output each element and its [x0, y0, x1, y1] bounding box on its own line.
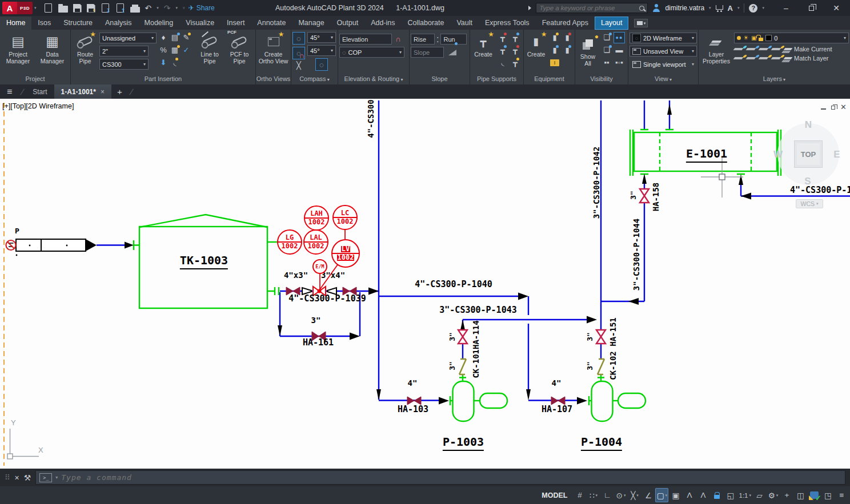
layer-lock-tool-icon[interactable] — [771, 48, 781, 50]
search-icon[interactable] — [639, 6, 644, 11]
tab-close-icon[interactable]: × — [101, 88, 105, 96]
plot-icon[interactable] — [130, 7, 140, 13]
slope-input[interactable]: Slope — [411, 47, 444, 58]
layer-thaw-tool-icon[interactable] — [759, 57, 769, 59]
panel-label-visibility[interactable]: Visibility — [575, 75, 628, 84]
status-selection-cycling-icon[interactable]: ▣ — [669, 488, 682, 502]
ribbon-tab-insert[interactable]: Insert — [220, 17, 251, 30]
ribbon-tab-modeling[interactable]: Modeling — [138, 17, 180, 30]
named-view-select[interactable]: Unsaved View — [630, 46, 697, 57]
slope-icon[interactable] — [448, 50, 456, 55]
support-lock-icon[interactable]: ┳ — [513, 59, 518, 67]
ribbon-tab-vault[interactable]: Vault — [450, 17, 479, 30]
spec-viewer-icon[interactable]: ▤ — [171, 34, 178, 42]
status-annotation-scale-icon[interactable]: 1:1▾ — [737, 488, 752, 502]
make-current-button[interactable]: Make Current — [784, 46, 832, 53]
status-status-overflow-icon[interactable]: ≡ — [835, 488, 848, 502]
insulation-display-icon[interactable]: ▬ — [616, 46, 623, 54]
support-remove-icon[interactable]: ┳ — [513, 46, 518, 54]
layer-select[interactable]: ☀ ▣ 0 — [734, 33, 849, 43]
layer-properties-button[interactable]: Layer Properties — [700, 31, 733, 75]
redo-dropdown-icon[interactable]: ▾ — [176, 6, 178, 10]
stub-in-icon[interactable]: ⬇ — [161, 59, 167, 67]
compass-snap-toggle-icon[interactable]: ◌∩ — [292, 47, 305, 59]
panel-label-layers[interactable]: Layers — [699, 75, 850, 84]
validate-icon[interactable]: ✓ — [183, 46, 190, 54]
instrument-bubble-lah-1002[interactable]: LAH1002 — [304, 205, 329, 231]
viewport-config-select[interactable]: Single viewport — [630, 59, 697, 70]
app-store-cart-icon[interactable] — [716, 5, 723, 10]
ribbon-tab-featured-apps[interactable]: Featured Apps — [536, 17, 595, 30]
cutback-tool-icon[interactable]: % — [160, 46, 167, 54]
command-history-icon[interactable]: ▾ — [55, 475, 58, 480]
status-add-status-item-icon[interactable]: + — [780, 488, 793, 502]
user-dropdown-icon[interactable]: ▾ — [709, 6, 711, 10]
layer-off-tool-icon[interactable] — [733, 48, 744, 50]
instrument-bubble-lc-1002[interactable]: LC1002 — [332, 205, 358, 230]
instrument-bubble-lv-1002[interactable]: LV1002 — [331, 239, 360, 268]
share-button[interactable]: ✈ Share — [189, 4, 215, 12]
help-dropdown-icon[interactable]: ▾ — [762, 6, 764, 10]
open-from-web-icon[interactable]: ↧ — [102, 3, 109, 13]
panel-label-part-insertion[interactable]: Part Insertion — [71, 75, 255, 84]
equipment-detach-icon[interactable]: ▮ — [565, 46, 569, 54]
undo-dropdown-icon[interactable]: ▾ — [157, 6, 159, 10]
rise-input[interactable]: Rise — [411, 34, 435, 45]
drawing-area[interactable]: [+] [Top] [2D Wireframe] ✕ N W E S TOP W… — [0, 99, 850, 469]
instrument-bubble-lal-1002[interactable]: LAL1002 — [303, 229, 328, 255]
show-all-button[interactable]: ● Show All — [576, 31, 599, 75]
panel-label-slope[interactable]: Slope — [410, 75, 470, 84]
ribbon-tab-express-tools[interactable]: Express Tools — [479, 17, 536, 30]
status-object-snap-icon[interactable]: ▢▾ — [655, 488, 668, 502]
route-pipe-button[interactable]: ★ Route Pipe — [72, 31, 98, 75]
redo-icon[interactable]: ↷ — [164, 3, 171, 13]
pcf-to-pipe-button[interactable]: PCF PCF to Pipe — [225, 31, 254, 75]
assignment-select[interactable]: Unassigned — [99, 33, 157, 43]
layer-turn-on-tool-icon[interactable] — [733, 57, 744, 59]
ribbon-tab-layout[interactable]: Layout — [595, 17, 629, 30]
hide-objects-icon[interactable]: ❏ — [603, 34, 610, 42]
layer-isolate-tool-icon[interactable] — [746, 48, 756, 50]
ribbon-tab-manage[interactable]: Manage — [292, 17, 330, 30]
visual-style-select[interactable]: ◌ 2D Wireframe — [630, 33, 697, 43]
save-icon[interactable] — [73, 4, 82, 13]
equipment-attach-icon[interactable]: ▮ — [552, 46, 556, 54]
panel-label-elevation-routing[interactable]: Elevation & Routing — [338, 75, 409, 84]
restore-button[interactable] — [799, 0, 824, 16]
command-input[interactable] — [61, 473, 841, 482]
ribbon-tab-structure[interactable]: Structure — [57, 17, 99, 30]
command-input-field[interactable]: >_ ▾ — [35, 470, 845, 485]
save-as-icon[interactable]: ✎ — [87, 4, 95, 13]
create-pipe-support-button[interactable]: ┳★ Create — [471, 31, 495, 75]
panel-label-compass[interactable]: Compass — [291, 75, 338, 84]
panel-label-project[interactable]: Project — [0, 75, 70, 84]
panel-label-pipe-supports[interactable]: Pipe Supports — [470, 75, 523, 84]
line-to-pipe-button[interactable]: Line to Pipe — [195, 31, 224, 75]
weld-display-icon[interactable]: ▪◦▪ — [615, 59, 623, 67]
ribbon-tab-add-ins[interactable]: Add-ins — [364, 17, 401, 30]
username[interactable]: dimitrie.vatra — [665, 4, 704, 12]
autodesk-logo-icon[interactable]: A — [728, 4, 733, 13]
search-input[interactable] — [539, 5, 637, 11]
status-customization-icon[interactable]: ⚙▾ — [767, 488, 780, 502]
status-isometric-drafting-icon[interactable]: ╳▾ — [628, 488, 641, 502]
match-layer-button[interactable]: Match Layer — [784, 55, 829, 62]
show-selected-icon[interactable]: ❏ — [603, 46, 610, 54]
equipment-convert-icon[interactable]: ▮ — [565, 34, 569, 42]
insert-fitting-icon[interactable]: ▦ — [171, 46, 178, 54]
status-annotation-sync-icon[interactable]: ▱ — [753, 488, 766, 502]
file-tab-menu-icon[interactable]: ≡ — [0, 87, 19, 97]
support-detach-icon[interactable]: ┳ — [513, 34, 518, 42]
tag-tool-icon[interactable]: ♦ — [162, 34, 166, 42]
compass-increment-select[interactable]: 45° — [307, 45, 336, 56]
autodesk-dropdown-icon[interactable]: ▾ — [737, 6, 740, 10]
status-annotation-autoscale-icon[interactable]: Λ — [696, 488, 709, 502]
hide-insulation-icon[interactable]: ▪▪ — [604, 59, 609, 67]
ribbon-tab-annotate[interactable]: Annotate — [251, 17, 292, 30]
minimize-button[interactable]: – — [773, 0, 799, 16]
assign-tag-icon[interactable]: ✎ — [183, 34, 190, 42]
status-clean-screen-icon[interactable]: ◳ — [821, 488, 835, 502]
app-menu-arrow-icon[interactable]: ▾ — [34, 6, 37, 10]
undo-icon[interactable]: ↶ — [145, 3, 152, 13]
pipe-spec-select[interactable]: CS300 — [99, 59, 149, 70]
